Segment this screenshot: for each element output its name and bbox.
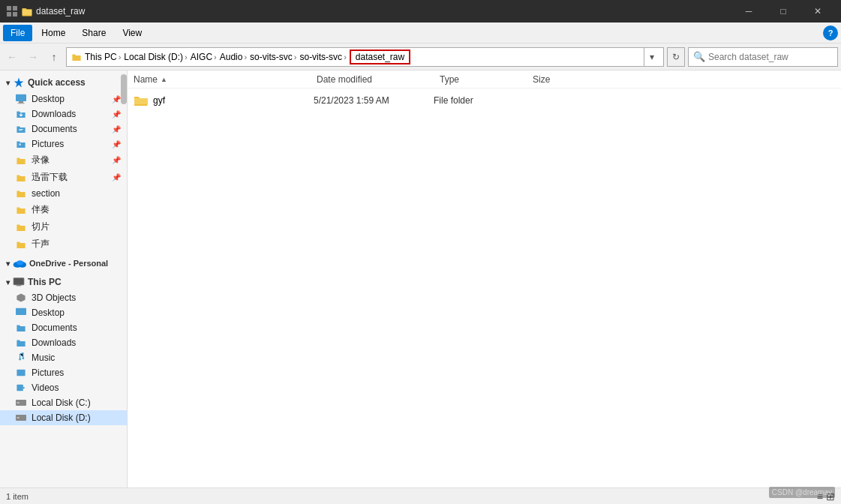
file-name-label: gyf: [153, 95, 165, 106]
thispc-documents-icon: [15, 322, 27, 333]
sidebar-downloads-label: Downloads: [32, 109, 76, 119]
window-title: dataset_raw: [36, 6, 85, 16]
sidebar-scrollbar[interactable]: [121, 70, 127, 488]
svg-rect-15: [17, 285, 21, 286]
onedrive-header[interactable]: ▾ OneDrive - Personal: [0, 256, 127, 271]
onedrive-label: OneDrive - Personal: [29, 259, 108, 268]
refresh-button[interactable]: ↻: [667, 47, 685, 67]
pin-icon-pictures: 📌: [112, 140, 121, 148]
svg-rect-7: [17, 103, 24, 104]
breadcrumb-thispc[interactable]: This PC ›: [85, 52, 121, 62]
file-modified-cell: 5/21/2023 1:59 AM: [314, 95, 434, 106]
menu-file[interactable]: File: [3, 25, 32, 41]
sidebar-item-pictures[interactable]: Pictures 📌: [0, 136, 127, 152]
svg-rect-2: [7, 12, 11, 16]
desktop-icon: [15, 94, 27, 104]
forward-button[interactable]: →: [24, 48, 42, 66]
search-input[interactable]: [708, 52, 833, 62]
sidebar-item-drive-c[interactable]: Local Disk (C:): [0, 395, 127, 410]
content-area: Name ▲ Date modified Type Size: [128, 70, 841, 488]
back-button[interactable]: ←: [3, 48, 21, 66]
thispc-header[interactable]: ▾ This PC: [0, 274, 127, 290]
pictures-folder-icon: [15, 139, 27, 149]
svg-rect-6: [19, 101, 23, 103]
sidebar-item-downloads[interactable]: Downloads 📌: [0, 106, 127, 122]
address-bar[interactable]: This PC › Local Disk (D:) › AIGC › Audio…: [66, 47, 664, 67]
breadcrumb-sovitssvc1[interactable]: so-vits-svc ›: [250, 52, 296, 62]
sidebar-item-banzou[interactable]: 伴奏: [0, 201, 127, 218]
sidebar-item-thispc-documents[interactable]: Documents: [0, 320, 127, 335]
col-size-header[interactable]: Size: [533, 74, 593, 85]
videos-icon: [15, 382, 27, 393]
breadcrumb-sovitssvc1-label: so-vits-svc: [250, 52, 293, 62]
close-button[interactable]: ✕: [800, 0, 835, 22]
search-icon: 🔍: [693, 51, 705, 62]
svg-rect-8: [19, 129, 23, 130]
file-modified-value: 5/21/2023 1:59 AM: [314, 95, 389, 106]
search-bar[interactable]: 🔍: [688, 47, 838, 67]
svg-rect-20: [17, 385, 23, 391]
sidebar-item-xunlei[interactable]: 迅雷下载 📌: [0, 169, 127, 186]
sort-arrow: ▲: [161, 76, 167, 83]
minimize-button[interactable]: ─: [731, 0, 766, 22]
help-button[interactable]: ?: [823, 26, 838, 40]
thispc-pictures-icon: [15, 368, 27, 378]
sidebar-thispc-desktop-label: Desktop: [32, 308, 65, 318]
quick-access-star-icon: [13, 76, 25, 88]
sidebar-item-drive-d[interactable]: Local Disk (D:): [0, 410, 127, 425]
thispc-icon: [13, 277, 25, 287]
col-type-header[interactable]: Type: [440, 74, 530, 85]
breadcrumb-sovitssvc2[interactable]: so-vits-svc ›: [299, 52, 346, 62]
col-name-header[interactable]: Name ▲: [134, 74, 314, 85]
sep4: ›: [244, 52, 247, 62]
svg-marker-4: [14, 78, 24, 88]
address-dropdown-button[interactable]: ▾: [644, 48, 659, 66]
svg-point-17: [19, 358, 21, 361]
folder-title-icon: [21, 5, 33, 17]
sidebar-item-thispc-desktop[interactable]: Desktop: [0, 305, 127, 320]
sidebar-item-documents[interactable]: Documents 📌: [0, 122, 127, 136]
breadcrumb-audio[interactable]: Audio ›: [220, 52, 247, 62]
up-button[interactable]: ↑: [45, 48, 63, 66]
sidebar-item-lüxiang[interactable]: 录像 📌: [0, 152, 127, 169]
sidebar-item-qiansheng[interactable]: 千声: [0, 236, 127, 253]
sidebar-item-3dobjects[interactable]: 3D Objects: [0, 290, 127, 305]
table-row[interactable]: gyf 5/21/2023 1:59 AM File folder: [128, 92, 841, 110]
menu-share[interactable]: Share: [74, 25, 113, 41]
menu-home[interactable]: Home: [34, 25, 73, 41]
menu-view[interactable]: View: [115, 25, 149, 41]
sidebar-item-thispc-downloads[interactable]: Downloads: [0, 335, 127, 350]
sep3: ›: [214, 52, 217, 62]
sidebar-item-desktop[interactable]: Desktop 📌: [0, 92, 127, 106]
column-headers: Name ▲ Date modified Type Size: [128, 70, 841, 88]
maximize-button[interactable]: □: [766, 0, 800, 22]
sidebar-banzou-label: 伴奏: [32, 203, 50, 216]
breadcrumb-aigc[interactable]: AIGC ›: [191, 52, 217, 62]
sidebar-item-thispc-pictures[interactable]: Pictures: [0, 365, 127, 380]
sidebar-3dobjects-label: 3D Objects: [32, 292, 76, 303]
documents-folder-icon: [15, 124, 27, 134]
breadcrumb-current[interactable]: dataset_raw: [350, 50, 410, 64]
sidebar-lüxiang-label: 录像: [32, 154, 50, 166]
svg-rect-25: [17, 417, 20, 418]
sidebar-item-videos[interactable]: Videos: [0, 380, 127, 395]
svg-rect-1: [13, 6, 17, 10]
sep2: ›: [185, 52, 188, 62]
pin-icon-xunlei: 📌: [112, 173, 121, 182]
address-folder-icon: [71, 52, 82, 62]
svg-point-18: [22, 357, 24, 359]
quick-access-chevron[interactable]: ▾: [6, 79, 10, 87]
item-count: 1 item: [6, 492, 29, 501]
sidebar-item-music[interactable]: Music: [0, 350, 127, 365]
sidebar-qiepian-label: 切片: [32, 220, 50, 233]
sidebar-item-section[interactable]: section: [0, 186, 127, 201]
sidebar-item-qiepian[interactable]: 切片: [0, 218, 127, 236]
menu-bar: File Home Share View ?: [0, 22, 841, 44]
folder-banzou-icon: [15, 205, 27, 215]
3dobjects-icon: [15, 292, 27, 303]
breadcrumb-localdisk[interactable]: Local Disk (D:) ›: [124, 52, 187, 62]
sidebar-thispc-downloads-label: Downloads: [32, 338, 76, 348]
breadcrumb-thispc-label: This PC: [85, 52, 117, 62]
col-modified-header[interactable]: Date modified: [317, 74, 437, 85]
thispc-label: This PC: [28, 277, 62, 287]
